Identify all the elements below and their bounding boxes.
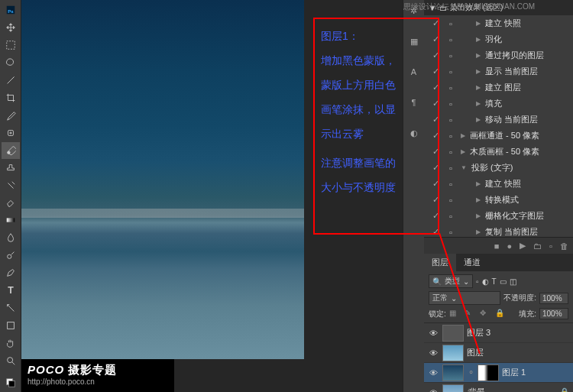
action-item[interactable]: ✓▫▶建立 快照 xyxy=(424,15,573,31)
dodge-tool[interactable] xyxy=(2,247,20,264)
anno-l1: 增加黑色蒙版， xyxy=(321,50,432,71)
hand-tool[interactable] xyxy=(2,335,20,352)
marquee-tool[interactable] xyxy=(2,37,20,53)
filter-smart-icon[interactable]: ◫ xyxy=(510,277,516,286)
trash-icon[interactable]: 🗑 xyxy=(560,241,568,251)
opacity-field[interactable]: 100% xyxy=(539,293,568,304)
lock-all-icon[interactable]: 🔒 xyxy=(495,309,506,319)
lock-paint-icon[interactable]: ✎ xyxy=(465,309,475,319)
visibility-icon[interactable]: 👁 xyxy=(427,329,439,338)
type-tool[interactable]: T xyxy=(2,282,20,299)
watermark-url: http://photo.poco.cn xyxy=(28,377,168,386)
anno-l2: 蒙版上方用白色 xyxy=(321,74,432,96)
action-item[interactable]: ✓▫▶羽化 xyxy=(424,31,573,47)
svg-rect-5 xyxy=(7,219,15,222)
watermark-text: 摄影专题 xyxy=(68,363,117,376)
stamp-tool[interactable] xyxy=(2,160,20,177)
action-item[interactable]: ✓▫▼投影 (文字) xyxy=(424,160,573,176)
annotation-box: 图层1： 增加黑色蒙版， 蒙版上方用白色 画笔涂抹，以显 示出云雾 注意调整画笔… xyxy=(313,18,439,235)
action-item[interactable]: ✓▫▶画框通道 - 50 像素 xyxy=(424,128,573,144)
anno-l3: 画笔涂抹，以显 xyxy=(321,99,432,120)
toolbox: Ps T xyxy=(0,0,21,392)
anno-l4: 示出云雾 xyxy=(321,123,432,144)
shape-tool[interactable] xyxy=(2,317,20,334)
action-item[interactable]: ✓▫▶建立 快照 xyxy=(424,176,573,192)
crop-tool[interactable] xyxy=(2,89,20,106)
svg-text:Ps: Ps xyxy=(8,8,14,13)
action-item[interactable]: ✓▫▶复制 当前图层 xyxy=(424,224,573,237)
svg-rect-8 xyxy=(8,322,15,329)
path-tool[interactable] xyxy=(2,300,20,316)
layer-row[interactable]: 👁⚬图层 1 xyxy=(424,363,573,383)
action-item[interactable]: ✓▫▶栅格化文字图层 xyxy=(424,208,573,224)
tab-layers[interactable]: 图层 xyxy=(424,254,456,271)
anno-l6: 大小与不透明度 xyxy=(321,177,432,198)
document-canvas[interactable] xyxy=(21,0,304,359)
lock-pixels-icon[interactable]: ▦ xyxy=(449,309,460,319)
layers-panel: 图层 通道 🔍 类型 ⌄ ▫ ◐ T ▭ ◫ 正常 ⌄ 不透明度: 100% xyxy=(424,254,573,392)
blur-tool[interactable] xyxy=(2,229,20,246)
panel-tabs: 图层 通道 xyxy=(424,254,573,271)
filter-shape-icon[interactable]: ▭ xyxy=(500,277,507,286)
brush-tool[interactable] xyxy=(2,142,20,159)
svg-point-4 xyxy=(8,151,11,154)
action-item[interactable]: ✓▫▶移动 当前图层 xyxy=(424,112,573,128)
canvas-area[interactable]: 图层1： 增加黑色蒙版， 蒙版上方用白色 画笔涂抹，以显 示出云雾 注意调整画笔… xyxy=(21,0,403,392)
move-tool[interactable] xyxy=(2,19,20,36)
watermark: POCO 摄影专题 http://photo.poco.cn xyxy=(21,359,174,392)
action-item[interactable]: ✓▫▶显示 当前图层 xyxy=(424,63,573,79)
filter-image-icon[interactable]: ▫ xyxy=(476,277,479,286)
svg-rect-11 xyxy=(8,381,15,387)
new-set-icon[interactable]: 🗀 xyxy=(533,241,542,251)
eyedropper-tool[interactable] xyxy=(2,107,20,124)
action-item[interactable]: ✓▫▶木质画框 - 50 像素 xyxy=(424,144,573,160)
layer-row[interactable]: 👁图层 xyxy=(424,343,573,363)
filter-text-icon[interactable]: T xyxy=(492,277,497,286)
visibility-icon[interactable]: 👁 xyxy=(427,388,439,393)
lasso-tool[interactable] xyxy=(2,54,20,71)
filter-type-dropdown[interactable]: 🔍 类型 ⌄ xyxy=(429,274,473,288)
stop-icon[interactable]: ■ xyxy=(494,241,500,251)
wand-tool[interactable] xyxy=(2,72,20,89)
visibility-icon[interactable]: 👁 xyxy=(427,368,439,377)
anno-l5: 注意调整画笔的 xyxy=(321,152,432,173)
pen-tool[interactable] xyxy=(2,264,20,281)
fill-label: 填充: xyxy=(519,309,536,319)
svg-text:T: T xyxy=(8,286,14,296)
blend-mode-dropdown[interactable]: 正常 ⌄ xyxy=(429,291,500,305)
play-icon[interactable]: ▶ xyxy=(520,241,526,251)
actions-panel: ▼ 🗀 染出效果 (选区) ✓▫▶建立 快照✓▫▶羽化✓▫▶通过拷贝的图层✓▫▶… xyxy=(424,0,573,254)
history-brush-tool[interactable] xyxy=(2,177,20,194)
layer-list[interactable]: 👁图层 3👁图层👁⚬图层 1👁背景🔒 xyxy=(424,323,573,392)
lock-icon: 🔒 xyxy=(559,387,570,392)
watermark-brand: POCO xyxy=(28,363,64,376)
gradient-tool[interactable] xyxy=(2,212,20,228)
healing-tool[interactable] xyxy=(2,125,20,141)
action-item[interactable]: ✓▫▶填充 xyxy=(424,96,573,112)
visibility-icon[interactable]: 👁 xyxy=(427,348,439,358)
ps-logo[interactable]: Ps xyxy=(2,2,20,18)
eraser-tool[interactable] xyxy=(2,194,20,211)
color-swap[interactable] xyxy=(2,374,20,391)
tab-channels[interactable]: 通道 xyxy=(456,254,488,271)
lock-position-icon[interactable]: ✥ xyxy=(480,309,490,319)
actions-footer: ■ ● ▶ 🗀 ▫ 🗑 xyxy=(424,237,573,254)
action-item[interactable]: ✓▫▶转换模式 xyxy=(424,192,573,208)
record-icon[interactable]: ● xyxy=(507,241,512,251)
zoom-tool[interactable] xyxy=(2,352,20,369)
layer-row[interactable]: 👁图层 3 xyxy=(424,323,573,343)
fill-field[interactable]: 100% xyxy=(539,308,568,319)
svg-point-9 xyxy=(8,358,13,363)
actions-list[interactable]: ✓▫▶建立 快照✓▫▶羽化✓▫▶通过拷贝的图层✓▫▶显示 当前图层✓▫▶建立 图… xyxy=(424,15,573,237)
action-item[interactable]: ✓▫▶建立 图层 xyxy=(424,79,573,96)
top-watermark: 思缘设计论坛 WWW.MISSYUAN.COM xyxy=(403,2,535,12)
action-item[interactable]: ✓▫▶通过拷贝的图层 xyxy=(424,47,573,63)
new-action-icon[interactable]: ▫ xyxy=(549,241,552,251)
svg-rect-2 xyxy=(7,41,15,50)
lock-label: 锁定: xyxy=(429,309,446,319)
svg-point-6 xyxy=(8,254,11,258)
layer-row[interactable]: 👁背景🔒 xyxy=(424,383,573,392)
opacity-label: 不透明度: xyxy=(503,293,536,303)
filter-adjust-icon[interactable]: ◐ xyxy=(482,277,489,286)
layer-options: 🔍 类型 ⌄ ▫ ◐ T ▭ ◫ 正常 ⌄ 不透明度: 100% 锁定: ▦ xyxy=(424,271,573,323)
